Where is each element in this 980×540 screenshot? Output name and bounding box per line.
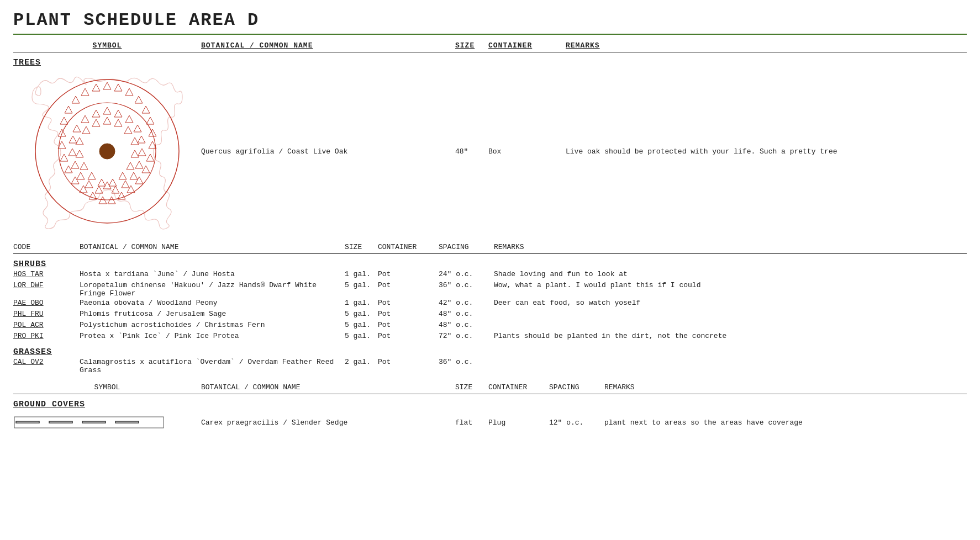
shrubs-column-headers: CODE BOTANICAL / COMMON NAME SIZE CONTAI… <box>13 243 967 254</box>
shrub-container-4: Pot <box>378 321 439 329</box>
tree-container: Box <box>488 147 566 156</box>
svg-marker-30 <box>114 110 122 117</box>
svg-marker-3 <box>92 84 100 91</box>
grass-container-0: Pot <box>378 358 439 366</box>
shrub-row-3: PHL FRU Phlomis fruticosa / Jerusalem Sa… <box>13 310 967 320</box>
shrub-spacing-3: 48" o.c. <box>439 310 494 318</box>
gc-remarks-0: plant next to areas so the areas have co… <box>604 419 967 427</box>
svg-marker-60 <box>88 172 96 179</box>
tree-symbol-svg <box>24 68 190 234</box>
shrub-container-5: Pot <box>378 332 439 340</box>
shrub-row-2: PAE OBO Paeonia obovata / Woodland Peony… <box>13 299 967 309</box>
shrub-size-4: 5 gal. <box>345 321 378 329</box>
shrubs-header-size: SIZE <box>345 243 378 251</box>
svg-marker-61 <box>109 179 117 186</box>
grass-row-0: CAL OV2 Calamagrostis x acutiflora `Over… <box>13 358 967 374</box>
gc-row-0: Carex praegracilis / Slender Sedge flat … <box>13 412 967 432</box>
shrub-botanical-1: Loropetalum chinense 'Hakuou' / Jazz Han… <box>80 281 345 298</box>
shrub-botanical-3: Phlomis fruticosa / Jerusalem Sage <box>80 310 345 318</box>
gc-header-symbol: SYMBOL <box>13 383 201 391</box>
svg-marker-9 <box>65 106 72 113</box>
svg-marker-56 <box>76 150 83 157</box>
shrub-remarks-1: Wow, what a plant. I would plant this if… <box>494 281 967 289</box>
gc-botanical-0: Carex praegracilis / Slender Sedge <box>201 419 455 427</box>
svg-marker-45 <box>85 181 93 188</box>
shrubs-header-container: CONTAINER <box>378 243 439 251</box>
shrubs-header-remarks: REMARKS <box>494 243 967 251</box>
gc-header-container: CONTAINER <box>488 383 549 391</box>
gc-category-label: GROUND COVERS <box>13 400 967 409</box>
shrub-code-0: HOS TAR <box>13 270 80 278</box>
shrub-container-3: Pot <box>378 310 439 318</box>
svg-marker-43 <box>77 172 85 179</box>
shrub-remarks-0: Shade loving and fun to look at <box>494 270 967 278</box>
svg-marker-40 <box>135 161 143 168</box>
shrubs-category-label: SHRUBS <box>13 260 967 269</box>
shrub-row-0: HOS TAR Hosta x tardiana `June` / June H… <box>13 270 967 280</box>
svg-marker-11 <box>60 117 68 124</box>
shrub-botanical-2: Paeonia obovata / Woodland Peony <box>80 299 345 307</box>
svg-marker-59 <box>119 172 127 179</box>
gc-header-botanical: BOTANICAL / COMMON NAME <box>201 383 455 391</box>
gc-header-size: SIZE <box>455 383 488 391</box>
svg-marker-5 <box>81 88 89 96</box>
grass-code-0: CAL OV2 <box>13 358 80 366</box>
tree-size: 48" <box>455 147 488 156</box>
tree-symbol-cell <box>13 68 201 234</box>
page-title: PLANT SCHEDULE AREA D <box>13 10 967 30</box>
shrub-container-1: Pot <box>378 281 439 289</box>
svg-marker-35 <box>73 125 81 132</box>
svg-marker-49 <box>114 119 122 126</box>
svg-marker-22 <box>127 186 135 193</box>
gc-size-0: flat <box>455 419 488 427</box>
shrub-spacing-1: 36" o.c. <box>439 281 494 289</box>
gc-symbol-cell <box>13 412 201 432</box>
grass-botanical-0: Calamagrostis x acutiflora `Overdam` / O… <box>80 358 345 374</box>
shrub-spacing-0: 24" o.c. <box>439 270 494 278</box>
trees-header-botanical: BOTANICAL / COMMON NAME <box>201 41 455 50</box>
svg-marker-38 <box>138 149 146 156</box>
svg-marker-17 <box>60 154 68 161</box>
svg-marker-10 <box>146 117 154 124</box>
svg-marker-36 <box>138 136 145 143</box>
svg-rect-69 <box>14 417 164 428</box>
gc-header-spacing: SPACING <box>549 383 604 391</box>
svg-marker-39 <box>69 149 76 156</box>
tree-row: Quercus agrifolia / Coast Live Oak 48" B… <box>13 68 967 234</box>
svg-marker-1 <box>103 82 111 89</box>
svg-marker-48 <box>103 117 111 124</box>
svg-rect-65 <box>16 421 39 423</box>
shrubs-header-code: CODE <box>13 243 80 251</box>
trees-header-size: SIZE <box>455 41 488 50</box>
svg-marker-37 <box>69 136 77 143</box>
shrub-spacing-2: 42" o.c. <box>439 299 494 307</box>
gc-header-remarks: REMARKS <box>604 383 967 391</box>
svg-rect-66 <box>49 421 72 423</box>
grass-size-0: 2 gal. <box>345 358 378 366</box>
svg-marker-18 <box>142 166 150 173</box>
gc-container-0: Plug <box>488 419 549 427</box>
shrubs-header-botanical: BOTANICAL / COMMON NAME <box>80 243 345 251</box>
tree-remarks: Live oak should be protected with your l… <box>566 147 967 156</box>
tree-botanical: Quercus agrifolia / Coast Live Oak <box>201 147 455 156</box>
trees-header-symbol: SYMBOL <box>13 41 201 50</box>
shrub-size-3: 5 gal. <box>345 310 378 318</box>
shrub-container-0: Pot <box>378 270 439 278</box>
shrub-row-4: POL ACR Polystichum acrostichoides / Chr… <box>13 321 967 331</box>
svg-marker-2 <box>114 84 122 91</box>
shrub-botanical-4: Polystichum acrostichoides / Christmas F… <box>80 321 345 329</box>
trees-header-remarks: REMARKS <box>566 41 967 50</box>
gc-column-headers: SYMBOL BOTANICAL / COMMON NAME SIZE CONT… <box>13 383 967 394</box>
svg-marker-33 <box>81 115 89 123</box>
shrub-code-1: LOR DWF <box>13 281 80 289</box>
svg-marker-46 <box>112 186 119 193</box>
shrub-remarks-2: Deer can eat food, so watch yoself <box>494 299 967 307</box>
shrub-row-1: LOR DWF Loropetalum chinense 'Hakuou' / … <box>13 281 967 298</box>
shrub-size-1: 5 gal. <box>345 281 378 289</box>
svg-rect-67 <box>82 421 106 423</box>
svg-point-64 <box>99 144 115 159</box>
svg-marker-44 <box>122 181 129 188</box>
shrub-size-5: 5 gal. <box>345 332 378 340</box>
svg-marker-58 <box>80 162 88 170</box>
shrub-code-3: PHL FRU <box>13 310 80 318</box>
